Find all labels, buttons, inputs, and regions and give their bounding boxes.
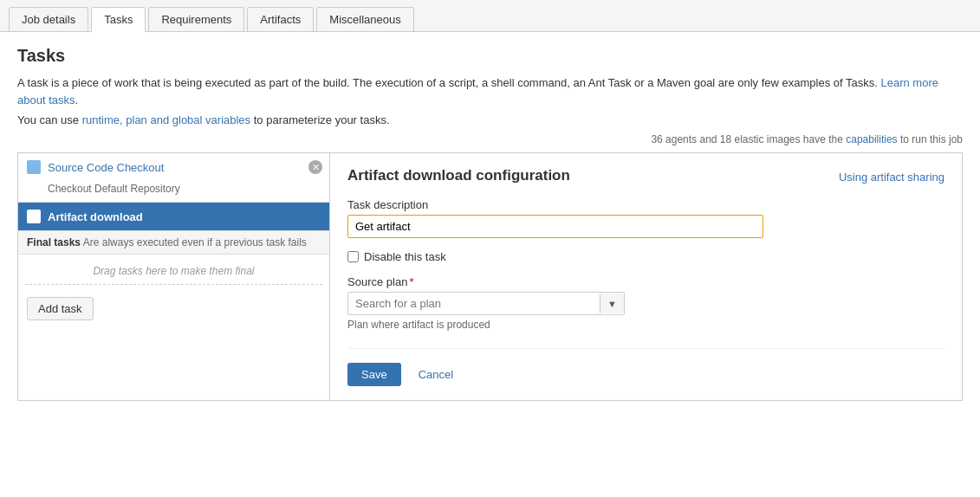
- task-description-label: Task description: [347, 198, 944, 211]
- page-content: Tasks A task is a piece of work that is …: [0, 32, 980, 415]
- main-area: Source Code Checkout ✕ Checkout Default …: [17, 152, 963, 401]
- drag-hint: Drag tasks here to make them final: [25, 258, 322, 285]
- page-description: A task is a piece of work that is being …: [17, 74, 963, 108]
- right-panel: Using artifact sharing Artifact download…: [330, 153, 962, 400]
- disable-task-label: Disable this task: [364, 250, 446, 263]
- artifact-sharing-link[interactable]: Using artifact sharing: [839, 171, 944, 184]
- save-button[interactable]: Save: [347, 363, 401, 386]
- tab-tasks[interactable]: Tasks: [91, 7, 146, 32]
- add-task-area: Add task: [18, 288, 329, 329]
- task-subtitle-source-code-checkout: Checkout Default Repository: [18, 181, 329, 202]
- left-panel: Source Code Checkout ✕ Checkout Default …: [18, 153, 330, 400]
- form-actions: Save Cancel: [347, 348, 944, 386]
- source-plan-input[interactable]: [348, 293, 600, 314]
- tab-job-details[interactable]: Job details: [9, 7, 88, 31]
- source-plan-dropdown-button[interactable]: ▼: [600, 294, 624, 313]
- task-item-source-code-checkout[interactable]: Source Code Checkout ✕ Checkout Default …: [18, 153, 329, 203]
- tabs-bar: Job details Tasks Requirements Artifacts…: [0, 0, 980, 32]
- task-icon-artifact-download: [27, 210, 41, 223]
- variables-line: You can use runtime, plan and global var…: [17, 113, 963, 126]
- task-item-header-source-code-checkout[interactable]: Source Code Checkout ✕: [18, 153, 329, 181]
- capabilities-link[interactable]: capabilities: [846, 133, 897, 145]
- source-plan-select-wrapper[interactable]: ▼: [347, 292, 625, 315]
- agent-info: 36 agents and 18 elastic images have the…: [17, 133, 963, 145]
- source-plan-label: Source plan*: [347, 275, 944, 288]
- add-task-button[interactable]: Add task: [27, 297, 94, 320]
- task-description-input[interactable]: [347, 215, 763, 238]
- source-plan-group: Source plan* ▼ Plan where artifact is pr…: [347, 275, 944, 331]
- task-name-source-code-checkout: Source Code Checkout: [48, 161, 164, 174]
- final-tasks-label: Final tasks: [27, 236, 81, 248]
- task-description-group: Task description: [347, 198, 944, 238]
- task-item-header-artifact-download[interactable]: Artifact download: [18, 203, 329, 230]
- tab-requirements[interactable]: Requirements: [148, 7, 244, 31]
- task-name-artifact-download: Artifact download: [48, 210, 143, 223]
- tab-artifacts[interactable]: Artifacts: [247, 7, 314, 31]
- config-header: Using artifact sharing Artifact download…: [347, 167, 944, 198]
- task-icon-source-code-checkout: [27, 160, 41, 174]
- disable-task-checkbox[interactable]: [347, 251, 359, 262]
- task-item-artifact-download[interactable]: Artifact download: [18, 203, 329, 231]
- required-indicator: *: [409, 275, 413, 288]
- variables-link[interactable]: runtime, plan and global variables: [82, 113, 250, 126]
- source-plan-hint: Plan where artifact is produced: [347, 319, 944, 331]
- close-button-source-code-checkout[interactable]: ✕: [308, 160, 322, 174]
- disable-task-row: Disable this task: [347, 250, 944, 263]
- final-tasks-header: Final tasks Are always executed even if …: [18, 231, 329, 255]
- tab-miscellaneous[interactable]: Miscellaneous: [316, 7, 413, 31]
- cancel-button[interactable]: Cancel: [410, 363, 462, 386]
- page-title: Tasks: [17, 46, 963, 66]
